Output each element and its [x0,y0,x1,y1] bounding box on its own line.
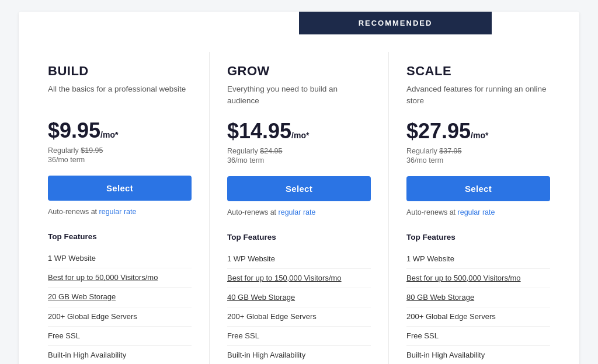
price-per-grow: /mo* [291,131,309,140]
price-amount-build: $9.95 [48,118,100,143]
plan-price-grow: $14.95 /mo* [227,119,371,144]
feature-item: Built-in High Availability [227,346,371,364]
plan-desc-grow: Everything you need to build an audience [227,83,371,107]
feature-item: 200+ Global Edge Servers [227,307,371,327]
features-list-build: 1 WP WebsiteBest for up to 50,000 Visito… [48,249,192,364]
strikethrough-price-build: $19.95 [81,146,103,155]
select-button-build[interactable]: Select [48,176,192,201]
feature-item: Best for up to 500,000 Visitors/mo [406,269,550,288]
feature-item: Built-in High Availability [406,346,550,364]
plan-price-build: $9.95 /mo* [48,118,192,143]
feature-item: Free SSL [406,327,550,346]
strikethrough-price-scale: $37.95 [439,147,461,155]
feature-item: 200+ Global Edge Servers [406,307,550,327]
feature-item: Free SSL [227,327,371,346]
price-regularly-scale: Regularly $37.95 [406,147,550,155]
feature-item: 200+ Global Edge Servers [48,307,192,327]
plan-desc-build: All the basics for a professional websit… [48,83,192,107]
feature-item: 80 GB Web Storage [406,288,550,307]
plan-name-grow: GROW [227,64,371,79]
price-term-scale: 36/mo term [406,156,550,164]
feature-item: 40 GB Web Storage [227,288,371,307]
regular-rate-link-build[interactable]: regular rate [99,208,137,216]
regular-rate-link-scale[interactable]: regular rate [458,208,495,216]
plan-card-grow: GROW Everything you need to build an aud… [210,52,389,364]
recommended-label: RECOMMENDED [359,19,433,27]
plan-price-scale: $27.95 /mo* [406,119,550,144]
plans-container: BUILD All the basics for a professional … [19,34,579,364]
price-amount-grow: $14.95 [227,119,291,144]
features-title-grow: Top Features [227,233,371,242]
price-term-build: 36/mo term [48,156,192,164]
feature-item: 20 GB Web Storage [48,288,192,307]
price-regularly-grow: Regularly $24.95 [227,147,371,155]
plan-name-build: BUILD [48,64,192,79]
plan-card-build: BUILD All the basics for a professional … [30,52,210,364]
select-button-grow[interactable]: Select [227,176,371,201]
features-list-grow: 1 WP WebsiteBest for up to 150,000 Visit… [227,250,371,365]
features-list-scale: 1 WP WebsiteBest for up to 500,000 Visit… [406,250,550,365]
plan-card-scale: SCALE Advanced features for running an o… [389,52,568,364]
recommended-banner: RECOMMENDED [299,12,492,34]
price-per-scale: /mo* [471,131,488,140]
feature-item: 1 WP Website [227,250,371,269]
auto-renew-grow: Auto-renews at regular rate [227,208,371,216]
feature-item: Best for up to 150,000 Visitors/mo [227,269,371,288]
plan-desc-scale: Advanced features for running an online … [406,83,550,107]
feature-item: Built-in High Availability [48,346,192,364]
price-term-grow: 36/mo term [227,156,371,164]
price-regularly-build: Regularly $19.95 [48,146,192,155]
feature-item: Best for up to 50,000 Visitors/mo [48,268,192,288]
feature-item: Free SSL [48,327,192,346]
feature-item: 1 WP Website [406,250,550,269]
features-title-build: Top Features [48,232,192,241]
plan-name-scale: SCALE [406,64,550,79]
price-amount-scale: $27.95 [406,119,471,144]
features-title-scale: Top Features [406,233,550,242]
feature-item: 1 WP Website [48,249,192,268]
auto-renew-scale: Auto-renews at regular rate [406,208,550,216]
strikethrough-price-grow: $24.95 [260,147,282,155]
regular-rate-link-grow[interactable]: regular rate [279,208,316,216]
select-button-scale[interactable]: Select [406,176,550,201]
price-per-build: /mo* [100,130,118,139]
pricing-container: RECOMMENDED BUILD All the basics for a p… [19,12,579,364]
auto-renew-build: Auto-renews at regular rate [48,208,192,216]
